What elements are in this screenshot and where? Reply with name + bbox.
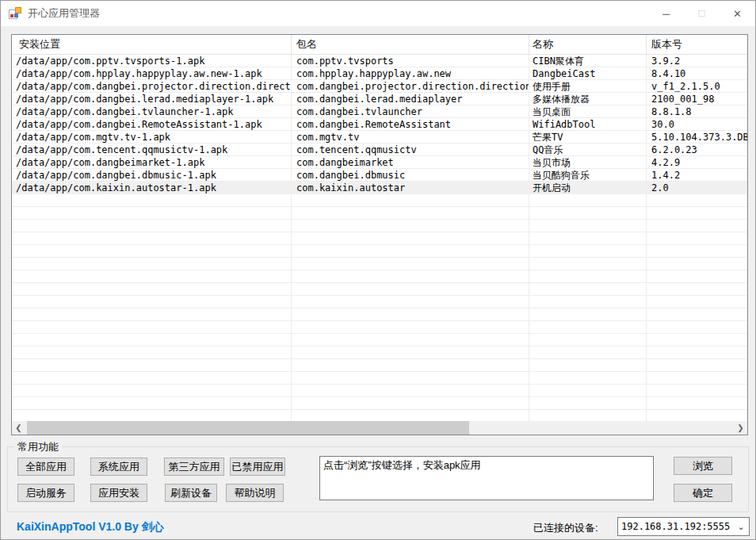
table-body: /data/app/com.pptv.tvsports-1.apk com.pp… bbox=[12, 55, 747, 421]
table-row[interactable]: /data/app/com.pptv.tvsports-1.apk com.pp… bbox=[12, 55, 747, 67]
table-row[interactable]: /data/app/com.mgtv.tv-1.apk com.mgtv.tv … bbox=[12, 131, 747, 144]
start-service-button[interactable]: 启动服务 bbox=[17, 484, 74, 502]
chevron-down-icon: ⌄ bbox=[733, 522, 749, 532]
table-row[interactable]: /data/app/com.dangbei.projector.directio… bbox=[12, 80, 747, 93]
all-apps-button[interactable]: 全部应用 bbox=[17, 458, 74, 476]
cell-app-name: 开机启动 bbox=[529, 182, 646, 194]
column-header-app-name[interactable]: 名称 bbox=[529, 35, 646, 54]
cell-app-name: 多媒体播放器 bbox=[529, 93, 646, 105]
cell-install-location: /data/app/com.dangbei.projector.directio… bbox=[12, 80, 291, 93]
cell-app-name: WifiAdbTool bbox=[529, 118, 646, 131]
connected-device-label: 已连接的设备: bbox=[533, 521, 598, 535]
cell-package-name: com.dangbei.tvlauncher bbox=[291, 105, 529, 118]
cell-package-name: com.kaixin.autostar bbox=[291, 182, 529, 194]
cell-install-location: /data/app/com.dangbei.tvlauncher-1.apk bbox=[12, 105, 291, 118]
scroll-left-icon[interactable]: ❮ bbox=[12, 421, 25, 435]
table-row[interactable]: /data/app/com.dangbei.RemoteAssistant-1.… bbox=[12, 118, 747, 131]
cell-version: 8.4.10 bbox=[646, 67, 747, 80]
table-row[interactable]: /data/app/com.kaixin.autostar-1.apk com.… bbox=[12, 182, 747, 194]
column-header-version[interactable]: 版本号 bbox=[646, 35, 747, 54]
app-credit-text: KaiXinAppTool V1.0 By 剑心 bbox=[17, 520, 164, 534]
cell-install-location: /data/app/com.dangbeimarket-1.apk bbox=[12, 156, 291, 169]
app-icon-blue-square bbox=[14, 13, 18, 17]
minimize-icon[interactable]: ─ bbox=[648, 1, 684, 26]
table-row[interactable]: /data/app/com.dangbei.dbmusic-1.apk com.… bbox=[12, 169, 747, 182]
cell-package-name: com.tencent.qqmusictv bbox=[291, 144, 529, 156]
cell-version: 30.0 bbox=[646, 118, 747, 131]
cell-app-name: CIBN聚体育 bbox=[529, 55, 646, 67]
table-row[interactable]: /data/app/com.dangbei.tvlauncher-1.apk c… bbox=[12, 105, 747, 118]
cell-package-name: com.dangbei.lerad.mediaplayer bbox=[291, 93, 529, 105]
cell-install-location: /data/app/com.dangbei.lerad.mediaplayer-… bbox=[12, 93, 291, 105]
cell-app-name: 当贝酷狗音乐 bbox=[529, 169, 646, 182]
help-button[interactable]: 帮助说明 bbox=[226, 484, 284, 502]
cell-package-name: com.dangbei.RemoteAssistant bbox=[291, 118, 529, 131]
window-controls: ─ ☐ ✕ bbox=[648, 1, 755, 26]
cell-install-location: /data/app/com.kaixin.autostar-1.apk bbox=[12, 182, 291, 194]
app-list-table: 安装位置 包名 名称 版本号 /data/app/com.pptv.tvspor… bbox=[11, 34, 748, 435]
cell-package-name: com.mgtv.tv bbox=[291, 131, 529, 144]
cell-version: 6.2.0.23 bbox=[646, 144, 747, 156]
cell-package-name: com.dangbeimarket bbox=[291, 156, 529, 169]
window-title: 开心应用管理器 bbox=[28, 6, 100, 21]
cell-app-name: 当贝桌面 bbox=[529, 105, 646, 118]
cell-version: 4.2.9 bbox=[646, 156, 747, 169]
install-app-button[interactable]: 应用安装 bbox=[90, 484, 147, 502]
table-header: 安装位置 包名 名称 版本号 bbox=[12, 35, 747, 55]
table-row[interactable]: /data/app/com.hpplay.happyplay.aw.new-1.… bbox=[12, 67, 747, 80]
cell-install-location: /data/app/com.dangbei.dbmusic-1.apk bbox=[12, 169, 291, 182]
ok-button[interactable]: 确定 bbox=[674, 484, 732, 502]
horizontal-scrollbar[interactable]: ❮ ❯ bbox=[12, 421, 747, 435]
table-row[interactable]: /data/app/com.dangbei.lerad.mediaplayer-… bbox=[12, 93, 747, 105]
apk-path-textbox[interactable]: 点击“浏览”按键选择，安装apk应用 bbox=[319, 456, 654, 500]
cell-app-name: QQ音乐 bbox=[529, 144, 646, 156]
cell-install-location: /data/app/com.pptv.tvsports-1.apk bbox=[12, 55, 291, 67]
app-icon-red-square bbox=[10, 14, 13, 17]
cell-app-name: 使用手册 bbox=[529, 80, 646, 93]
cell-version: 3.9.2 bbox=[646, 55, 747, 67]
cell-app-name: DangbeiCast bbox=[529, 67, 646, 80]
cell-install-location: /data/app/com.dangbei.RemoteAssistant-1.… bbox=[12, 118, 291, 131]
column-header-package-name[interactable]: 包名 bbox=[291, 35, 529, 54]
device-combobox-value: 192.168.31.192:5555 bbox=[618, 521, 733, 532]
cell-package-name: com.hpplay.happyplay.aw.new bbox=[291, 67, 529, 80]
cell-app-name: 芒果TV bbox=[529, 131, 646, 144]
cell-version: v_f1_2.1.5.0 bbox=[646, 80, 747, 93]
cell-version: 5.10.104.373.3.DBTY_1 bbox=[646, 131, 747, 144]
app-icon-orange-square bbox=[15, 7, 21, 13]
cell-version: 2.0 bbox=[646, 182, 747, 194]
cell-version: 2100_001_98 bbox=[646, 93, 747, 105]
cell-version: 1.4.2 bbox=[646, 169, 747, 182]
cell-package-name: com.dangbei.projector.direction.directio… bbox=[291, 80, 529, 93]
browse-button[interactable]: 浏览 bbox=[674, 457, 732, 475]
close-icon[interactable]: ✕ bbox=[720, 1, 755, 26]
table-row[interactable]: /data/app/com.tencent.qqmusictv-1.apk co… bbox=[12, 144, 747, 156]
status-bar: KaiXinAppTool V1.0 By 剑心 已连接的设备: 192.168… bbox=[1, 512, 755, 540]
refresh-device-button[interactable]: 刷新设备 bbox=[165, 484, 217, 502]
system-apps-button[interactable]: 系统应用 bbox=[90, 458, 147, 476]
app-window: 开心应用管理器 ─ ☐ ✕ 安装位置 包名 名称 版本号 /data/app/c… bbox=[0, 0, 756, 540]
scroll-right-icon[interactable]: ❯ bbox=[734, 421, 747, 435]
device-combobox[interactable]: 192.168.31.192:5555 ⌄ bbox=[617, 517, 750, 536]
cell-install-location: /data/app/com.mgtv.tv-1.apk bbox=[12, 131, 291, 144]
title-bar: 开心应用管理器 ─ ☐ ✕ bbox=[1, 1, 755, 26]
cell-package-name: com.dangbei.dbmusic bbox=[291, 169, 529, 182]
cell-package-name: com.pptv.tvsports bbox=[291, 55, 529, 67]
cell-install-location: /data/app/com.tencent.qqmusictv-1.apk bbox=[12, 144, 291, 156]
common-functions-group: 常用功能 全部应用 系统应用 第三方应用 已禁用应用 启动服务 应用安装 刷新设… bbox=[7, 446, 749, 512]
third-party-apps-button[interactable]: 第三方应用 bbox=[164, 458, 224, 476]
maximize-icon[interactable]: ☐ bbox=[684, 1, 720, 26]
disabled-apps-button[interactable]: 已禁用应用 bbox=[230, 458, 285, 476]
cell-install-location: /data/app/com.hpplay.happyplay.aw.new-1.… bbox=[12, 67, 291, 80]
cell-app-name: 当贝市场 bbox=[529, 156, 646, 169]
group-label: 常用功能 bbox=[14, 440, 62, 454]
scrollbar-track[interactable] bbox=[25, 421, 734, 435]
table-row[interactable]: /data/app/com.dangbeimarket-1.apk com.da… bbox=[12, 156, 747, 169]
app-icon bbox=[9, 7, 21, 20]
column-header-install-location[interactable]: 安装位置 bbox=[12, 35, 291, 54]
cell-version: 8.8.1.8 bbox=[646, 105, 747, 118]
scrollbar-thumb[interactable] bbox=[27, 421, 469, 435]
